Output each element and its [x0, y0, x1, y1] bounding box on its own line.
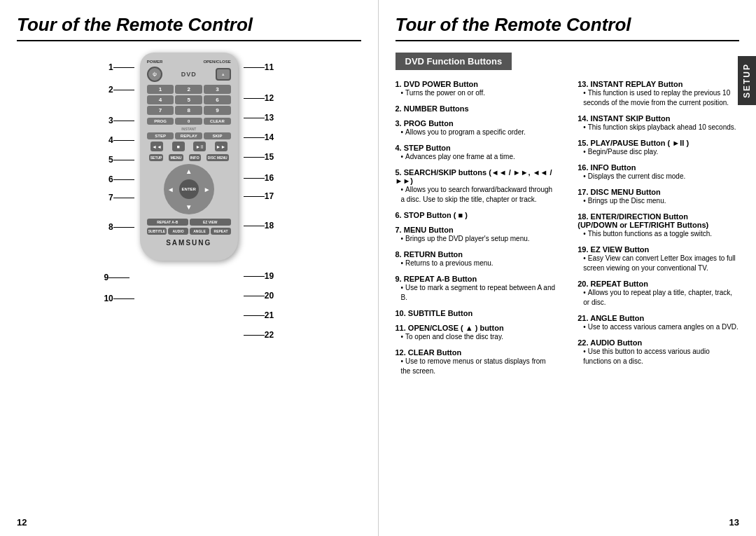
prog-button[interactable]: PROG	[147, 118, 174, 125]
label-line	[244, 315, 265, 316]
desc-item-13: 13. INSTANT REPLAY Button This function …	[578, 80, 739, 108]
desc-title-8: 8. RETURN Button	[396, 250, 557, 259]
desc-body-3: Allows you to program a specific order.	[396, 128, 557, 137]
nav-right-arrow[interactable]: ►	[204, 186, 211, 193]
open-close-button[interactable]: ▲	[216, 68, 231, 81]
zero-button[interactable]: 0	[175, 118, 202, 125]
label-line	[113, 90, 134, 90]
open-close-label: OPEN/CLOSE	[203, 60, 230, 64]
desc-col-2: 13. INSTANT REPLAY Button This function …	[578, 80, 739, 383]
repeat-button[interactable]: REPEAT	[211, 228, 231, 235]
remote-body: POWER OPEN/CLOSE ⏻ DVD ▲ 1 2 3 4 5 6 7 8	[140, 53, 238, 261]
desc-body-11: To open and close the disc tray.	[396, 332, 557, 342]
next-search-button[interactable]: ►►	[215, 142, 227, 151]
clear-button[interactable]: CLEAR	[204, 118, 231, 125]
num-btn-7[interactable]: 7	[147, 106, 174, 115]
num-btn-2[interactable]: 2	[175, 85, 202, 94]
desc-title-20: 20. REPEAT Button	[578, 280, 739, 288]
ezview-button[interactable]: EZ VIEW	[190, 219, 231, 226]
nav-left-arrow[interactable]: ◄	[167, 186, 174, 193]
setup-button[interactable]: SETUP	[149, 154, 164, 161]
label-line	[244, 67, 265, 68]
desc-body-22: Use this button to access various audio …	[578, 347, 739, 366]
desc-title-1: 1. DVD POWER Button	[396, 80, 557, 88]
label-12: 12	[244, 90, 274, 106]
label-line	[244, 98, 265, 99]
replay-button[interactable]: REPLAY	[175, 132, 202, 139]
label-line	[244, 157, 265, 158]
remote-top-row: POWER OPEN/CLOSE	[147, 60, 231, 64]
playback-row: ◄◄ ■ ►II ►►	[147, 142, 231, 151]
num-btn-6[interactable]: 6	[204, 95, 231, 104]
desc-col-1: 1. DVD POWER Button Turns the power on o…	[396, 80, 557, 383]
label-14: 14	[244, 130, 274, 145]
desc-body-19: Easy View can convert Letter Box images …	[578, 254, 739, 273]
desc-item-6: 6. STOP Button ( ■ )	[396, 211, 557, 219]
desc-body-16: Displays the current disc mode.	[578, 172, 739, 181]
prev-search-button[interactable]: ◄◄	[150, 142, 163, 151]
desc-title-17: 17. DISC MENU Button	[578, 188, 739, 196]
num-btn-9[interactable]: 9	[204, 106, 231, 115]
label-18: 18	[244, 218, 274, 233]
menu-row: SETUP MENU INFO DISC MENU	[147, 154, 231, 161]
label-10: 10	[104, 291, 134, 306]
labels-19-22-spacer: 19 20 21 22	[244, 268, 274, 343]
label-line	[108, 277, 130, 278]
desc-title-11: 11. OPEN/CLOSE ( ▲ ) button	[396, 324, 557, 332]
stop-button[interactable]: ■	[172, 142, 185, 151]
label-line	[244, 276, 265, 277]
prog-row: PROG 0 CLEAR	[147, 118, 231, 125]
step-button[interactable]: STEP	[147, 132, 174, 139]
num-btn-1[interactable]: 1	[147, 85, 174, 94]
angle-button[interactable]: ANGLE	[190, 228, 210, 235]
left-page: Tour of the Remote Control 1 2 3 4	[0, 0, 379, 536]
desc-item-8: 8. RETURN Button Returns to a previous m…	[396, 250, 557, 268]
desc-item-14: 14. INSTANT SKIP Button This function sk…	[578, 114, 739, 132]
num-btn-5[interactable]: 5	[175, 95, 202, 104]
desc-body-21: Use to access various camera angles on a…	[578, 322, 739, 332]
right-page-title: Tour of the Remote Control	[396, 14, 740, 41]
desc-item-5: 5. SEARCH/SKIP buttons (◄◄ / ►►, ◄◄ / ►►…	[396, 168, 557, 205]
power-button[interactable]: ⏻	[147, 67, 162, 82]
play-pause-button[interactable]: ►II	[193, 142, 206, 151]
desc-item-10: 10. SUBTITLE Button	[396, 309, 557, 317]
num-btn-8[interactable]: 8	[175, 106, 202, 115]
label-21: 21	[244, 308, 274, 323]
nav-down-arrow[interactable]: ▼	[186, 203, 192, 211]
desc-body-15: Begin/Pause disc play.	[578, 147, 739, 157]
enter-button[interactable]: ENTER	[179, 179, 199, 199]
desc-title-18b: (UP/DOWN or LEFT/RIGHT Buttons)	[578, 221, 739, 229]
label-4: 4	[108, 132, 134, 148]
desc-item-11: 11. OPEN/CLOSE ( ▲ ) button To open and …	[396, 324, 557, 342]
label-20: 20	[244, 288, 274, 303]
desc-body-7: Brings up the DVD player's setup menu.	[396, 234, 557, 244]
desc-item-21: 21. ANGLE Button Use to access various c…	[578, 314, 739, 332]
audio-button[interactable]: AUDIO	[168, 228, 188, 235]
desc-item-3: 3. PROG Button Allows you to program a s…	[396, 119, 557, 137]
label-line	[113, 298, 134, 299]
desc-body-9: Use to mark a segment to repeat between …	[396, 283, 557, 303]
label-16: 16	[244, 170, 274, 186]
label-line	[113, 227, 134, 228]
skip-button[interactable]: SKIP	[204, 132, 231, 139]
label-line	[244, 226, 265, 226]
disc-menu-button[interactable]: DISC MENU	[206, 154, 229, 161]
menu-button[interactable]: MENU	[169, 154, 183, 161]
desc-item-18: 18. ENTER/DIRECTION Button (UP/DOWN or L…	[578, 212, 739, 239]
nav-up-arrow[interactable]: ▲	[186, 167, 192, 175]
subtitle-button[interactable]: SUBTITLE	[147, 228, 167, 235]
num-btn-3[interactable]: 3	[204, 85, 231, 94]
repeat-ab-button[interactable]: REPEAT A-B	[147, 219, 188, 226]
label-line	[113, 140, 134, 141]
desc-body-5: Allows you to search forward/backward th…	[396, 185, 557, 205]
dvd-function-header: DVD Function Buttons	[396, 53, 512, 70]
desc-item-19: 19. EZ VIEW Button Easy View can convert…	[578, 245, 739, 273]
num-btn-4[interactable]: 4	[147, 95, 174, 104]
label-line	[113, 121, 134, 121]
desc-item-22: 22. AUDIO Button Use this button to acce…	[578, 338, 739, 366]
page-num-left: 12	[17, 517, 27, 528]
info-button[interactable]: INFO	[189, 154, 201, 161]
desc-item-17: 17. DISC MENU Button Brings up the Disc …	[578, 188, 739, 206]
desc-title-7: 7. MENU Button	[396, 226, 557, 234]
label-13: 13	[244, 110, 274, 125]
